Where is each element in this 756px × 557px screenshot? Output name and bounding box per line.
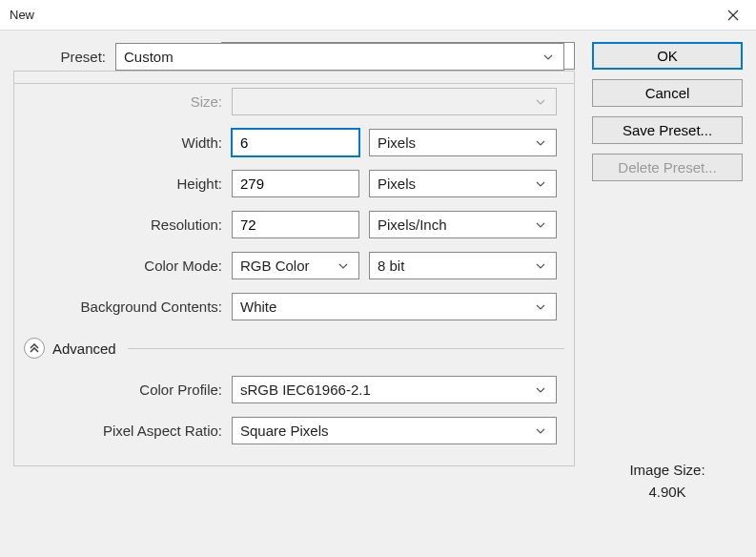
width-unit-value: Pixels [378, 134, 533, 151]
chevron-down-icon [533, 263, 548, 269]
preset-label: Preset: [24, 49, 115, 65]
advanced-label: Advanced [52, 340, 116, 357]
double-chevron-up-icon [30, 343, 39, 353]
image-size-label: Image Size: [592, 462, 743, 478]
chevron-down-icon [533, 181, 548, 187]
close-button[interactable] [714, 0, 752, 31]
color-profile-value: sRGB IEC61966-2.1 [240, 382, 533, 398]
ok-button[interactable]: OK [592, 42, 743, 70]
chevron-down-icon [533, 222, 548, 228]
advanced-collapse-button[interactable] [24, 338, 45, 359]
background-contents-value: White [240, 299, 533, 315]
height-unit-select[interactable]: Pixels [369, 170, 557, 197]
height-unit-value: Pixels [378, 175, 533, 192]
color-mode-label: Color Mode: [24, 258, 232, 274]
close-icon [727, 10, 739, 21]
width-input[interactable] [232, 129, 359, 156]
chevron-down-icon [533, 387, 548, 393]
chevron-down-icon [541, 54, 556, 60]
save-preset-button[interactable]: Save Preset... [592, 116, 743, 144]
pixel-aspect-ratio-label: Pixel Aspect Ratio: [24, 423, 232, 439]
resolution-label: Resolution: [24, 217, 232, 233]
color-mode-value: RGB Color [240, 258, 336, 274]
divider [128, 348, 564, 349]
preset-select[interactable]: Custom [115, 43, 564, 71]
chevron-down-icon [533, 99, 548, 105]
background-contents-select[interactable]: White [232, 293, 557, 320]
width-unit-select[interactable]: Pixels [369, 129, 557, 156]
chevron-down-icon [533, 140, 548, 146]
window-title: New [4, 8, 34, 22]
chevron-down-icon [336, 263, 351, 269]
color-depth-select[interactable]: 8 bit [369, 252, 557, 279]
width-label: Width: [24, 134, 232, 151]
height-label: Height: [24, 175, 232, 192]
image-size-value: 4.90K [592, 484, 743, 500]
color-profile-label: Color Profile: [24, 382, 232, 398]
cancel-button[interactable]: Cancel [592, 79, 743, 107]
image-size-display: Image Size: 4.90K [592, 462, 743, 500]
resolution-unit-select[interactable]: Pixels/Inch [369, 211, 557, 238]
resolution-unit-value: Pixels/Inch [378, 217, 533, 233]
preset-value: Custom [124, 49, 541, 65]
titlebar: New [0, 0, 756, 31]
pixel-aspect-ratio-value: Square Pixels [240, 423, 533, 439]
height-input[interactable] [232, 170, 359, 197]
chevron-down-icon [533, 304, 548, 310]
color-mode-select[interactable]: RGB Color [232, 252, 359, 279]
resolution-input[interactable] [232, 211, 359, 238]
chevron-down-icon [533, 428, 548, 434]
size-label: Size: [24, 93, 232, 110]
pixel-aspect-ratio-select[interactable]: Square Pixels [232, 417, 557, 444]
color-depth-value: 8 bit [378, 258, 533, 274]
size-select [232, 88, 557, 115]
delete-preset-button: Delete Preset... [592, 154, 743, 181]
color-profile-select[interactable]: sRGB IEC61966-2.1 [232, 376, 557, 403]
background-contents-label: Background Contents: [24, 299, 232, 315]
